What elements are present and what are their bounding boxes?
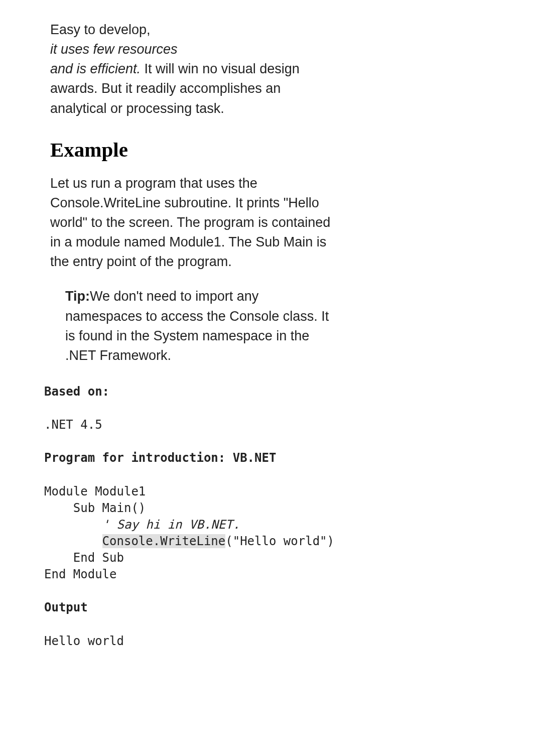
tip-label: Tip: (65, 289, 90, 304)
code-output-value: Hello world (44, 634, 124, 648)
code-l1: Module Module1 (44, 484, 146, 498)
heading-example: Example (50, 138, 488, 162)
intro-italic2: and is efficient. (50, 61, 141, 76)
code-l5: End Sub (44, 551, 124, 565)
code-based-on-label: Based on: (44, 385, 109, 399)
code-l2: Sub Main() (44, 501, 146, 515)
code-l3-comment: ' Say hi in VB.NET. (44, 518, 240, 532)
code-l4-highlight: Console.WriteLine (102, 534, 226, 548)
tip-block: Tip:We don't need to import any namespac… (50, 287, 331, 365)
code-l4b: ("Hello world") (225, 534, 334, 548)
intro-line1: Easy to develop, (50, 22, 151, 37)
intro-paragraph: Easy to develop, it uses few resources a… (50, 20, 311, 118)
code-l6: End Module (44, 567, 117, 581)
tip-text: We don't need to import any namespaces t… (65, 289, 329, 362)
code-program-label: Program for introduction: VB.NET (44, 451, 276, 465)
code-output-label: Output (44, 600, 88, 614)
code-based-on-value: .NET 4.5 (44, 418, 102, 432)
intro-italic1: it uses few resources (50, 42, 178, 57)
code-l4a (44, 534, 102, 548)
example-paragraph: Let us run a program that uses the Conso… (50, 174, 331, 272)
code-block: Based on: .NET 4.5 Program for introduct… (0, 384, 533, 650)
